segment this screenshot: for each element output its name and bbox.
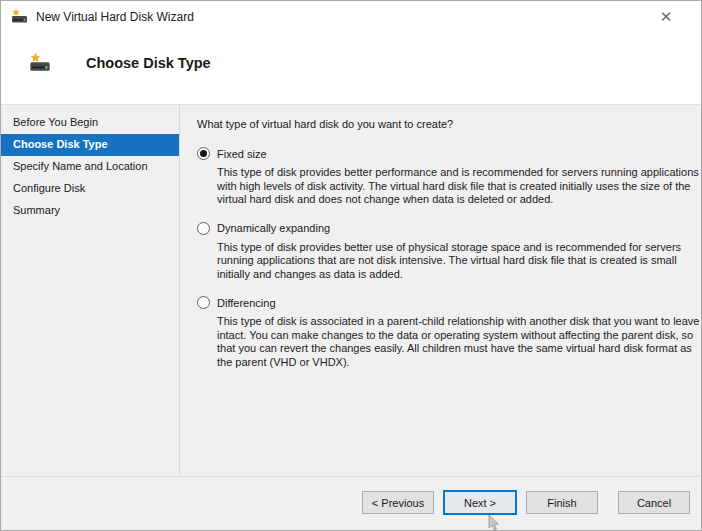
wizard-footer: < Previous Next > Finish Cancel: [1, 476, 701, 530]
sidebar-item-specify-name-and-location[interactable]: Specify Name and Location: [1, 156, 179, 178]
wizard-window: New Virtual Hard Disk Wizard ✕ Choose Di…: [0, 0, 702, 531]
finish-button[interactable]: Finish: [526, 491, 598, 514]
cancel-button[interactable]: Cancel: [618, 491, 690, 514]
radio-option-fixed-size[interactable]: Fixed size: [197, 147, 702, 160]
window-title: New Virtual Hard Disk Wizard: [36, 10, 194, 24]
new-vhd-disk-icon: [29, 52, 51, 74]
sidebar-item-before-you-begin[interactable]: Before You Begin: [1, 112, 179, 134]
radio-label: Dynamically expanding: [217, 222, 330, 234]
radio-option-dynamically-expanding[interactable]: Dynamically expanding: [197, 222, 702, 235]
title-bar: New Virtual Hard Disk Wizard ✕: [1, 1, 701, 32]
close-icon[interactable]: ✕: [645, 1, 687, 32]
option-description: This type of disk provides better perfor…: [217, 166, 702, 207]
new-vhd-disk-icon: [11, 8, 28, 25]
wizard-header: Choose Disk Type: [1, 32, 701, 104]
page-title: Choose Disk Type: [86, 55, 211, 71]
sidebar-item-configure-disk[interactable]: Configure Disk: [1, 178, 179, 200]
sidebar-item-summary[interactable]: Summary: [1, 200, 179, 222]
option-description: This type of disk is associated in a par…: [217, 315, 702, 369]
wizard-content: What type of virtual hard disk do you wa…: [180, 105, 702, 476]
previous-button[interactable]: < Previous: [362, 491, 434, 514]
sidebar-item-choose-disk-type[interactable]: Choose Disk Type: [1, 134, 179, 156]
radio-button-icon[interactable]: [197, 147, 210, 160]
option-description: This type of disk provides better use of…: [217, 241, 702, 282]
radio-option-differencing[interactable]: Differencing: [197, 296, 702, 309]
next-button[interactable]: Next >: [444, 491, 516, 514]
wizard-body: Before You Begin Choose Disk Type Specif…: [1, 104, 701, 476]
radio-button-icon[interactable]: [197, 222, 210, 235]
radio-label: Differencing: [217, 297, 276, 309]
radio-button-icon[interactable]: [197, 296, 210, 309]
radio-label: Fixed size: [217, 148, 267, 160]
wizard-steps-sidebar: Before You Begin Choose Disk Type Specif…: [1, 105, 180, 476]
question-text: What type of virtual hard disk do you wa…: [197, 118, 702, 130]
